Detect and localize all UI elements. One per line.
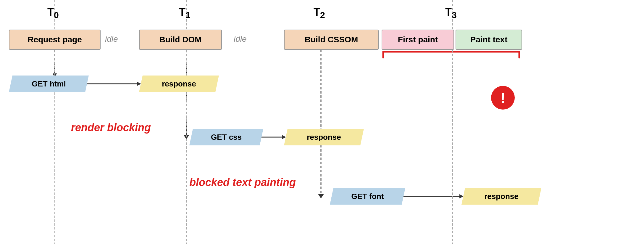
get-css-box: GET css xyxy=(189,129,263,145)
time-label-t2: T2 xyxy=(314,6,325,20)
time-label-t3: T3 xyxy=(445,6,457,20)
resp-html-box: response xyxy=(139,76,219,92)
idle-label-2: idle xyxy=(234,34,247,44)
time-label-t1: T1 xyxy=(179,6,191,20)
svg-marker-3 xyxy=(137,82,141,86)
build-dom-box: Build DOM xyxy=(139,30,222,50)
svg-marker-13 xyxy=(459,194,464,198)
paint-text-box: Paint text xyxy=(456,30,522,50)
resp-font-box: response xyxy=(461,188,541,205)
svg-marker-11 xyxy=(318,194,324,198)
svg-marker-9 xyxy=(282,135,286,139)
time-label-t0: T0 xyxy=(47,6,59,20)
blocked-text-painting-label: blocked text painting xyxy=(189,176,296,189)
render-blocking-label: render blocking xyxy=(71,121,151,134)
idle-label-1: idle xyxy=(105,34,118,44)
build-cssom-box: Build CSSOM xyxy=(284,30,379,50)
first-paint-box: First paint xyxy=(382,30,454,50)
get-font-box: GET font xyxy=(330,188,405,205)
error-circle: ! xyxy=(491,86,515,110)
request-page-box: Request page xyxy=(9,30,101,50)
resp-css-box: response xyxy=(284,129,364,145)
diagram: T0 T1 T2 T3 Request page Build DOM Build… xyxy=(0,0,644,244)
svg-marker-7 xyxy=(183,135,189,139)
get-html-box: GET html xyxy=(9,76,89,92)
